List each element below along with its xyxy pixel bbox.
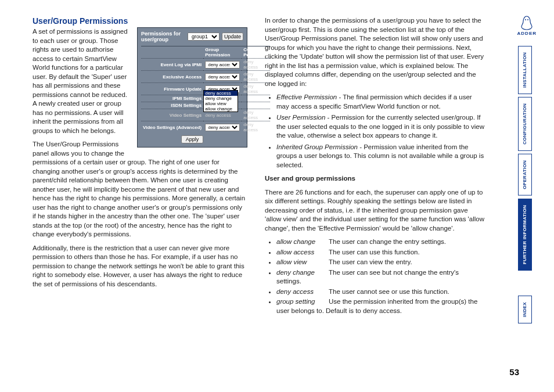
- list-item: deny changeThe user can see but not chan…: [276, 268, 484, 286]
- list-item: allow accessThe user can use this functi…: [276, 248, 484, 257]
- left-column: User/Group Permissions Permissions for u…: [33, 16, 247, 317]
- list-item: allow viewThe user can view the entry.: [276, 258, 484, 267]
- subheading: User and group permissions: [265, 174, 484, 184]
- permissions-panel-figure: Permissions for user/group group1 Update…: [137, 27, 247, 148]
- side-tabs: INSTALLATION CONFIGURATION OPERATION FUR…: [518, 20, 532, 323]
- perm-select[interactable]: deny access: [205, 61, 240, 69]
- settings-list: allow changeThe user can change the entr…: [265, 238, 484, 315]
- table-row: Exclusive Access deny access deny access: [141, 71, 270, 83]
- list-item: Effective Permission - The final permiss…: [276, 93, 484, 111]
- page-number: 53: [509, 367, 519, 377]
- body-para: In order to change the permissions of a …: [265, 16, 484, 88]
- tab-further-information[interactable]: FURTHER INFORMATION: [518, 199, 532, 271]
- list-item: User Permission - Permission for the cur…: [276, 113, 484, 141]
- body-para: The User/Group Permissions panel allows …: [33, 140, 247, 239]
- body-para: Additionally, there is the restriction t…: [33, 244, 247, 289]
- table-row: Event Log via IPMI deny access deny acce…: [141, 59, 270, 71]
- panel-header-label: Permissions for user/group: [141, 31, 185, 42]
- apply-button[interactable]: Apply: [181, 135, 204, 143]
- permissions-table: Group Permission Current Permission Even…: [141, 46, 270, 133]
- tab-configuration[interactable]: CONFIGURATION: [518, 97, 532, 151]
- table-row: Firmware Update deny access deny access …: [141, 83, 270, 95]
- tab-installation[interactable]: INSTALLATION: [518, 46, 532, 94]
- permission-types-list: Effective Permission - The final permiss…: [265, 93, 484, 170]
- user-group-select[interactable]: group1: [188, 33, 220, 41]
- permissions-panel: Permissions for user/group group1 Update…: [137, 27, 247, 148]
- col-group-permission: Group Permission: [203, 46, 242, 59]
- col-current-permission: Current Permission: [242, 46, 270, 59]
- tab-operation[interactable]: OPERATION: [518, 154, 532, 196]
- section-title: User/Group Permissions: [33, 16, 247, 26]
- perm-select[interactable]: deny access: [205, 73, 240, 81]
- update-button[interactable]: Update: [222, 33, 243, 41]
- list-item: allow changeThe user can change the entr…: [276, 238, 484, 247]
- right-column: In order to change the permissions of a …: [265, 16, 484, 317]
- list-item: group settingUse the permission inherite…: [276, 297, 484, 315]
- body-para: There are 26 functions and for each, the…: [265, 188, 484, 233]
- perm-dropdown-open[interactable]: deny access deny change allow view allow…: [203, 90, 238, 112]
- perm-select[interactable]: deny access: [205, 124, 240, 131]
- tab-index[interactable]: INDEX: [518, 296, 532, 323]
- table-row: Video Settings (Advanced) deny access de…: [141, 121, 270, 134]
- list-item: Inherited Group Permission - Permission …: [276, 143, 484, 170]
- list-item: deny accessThe user cannot see or use th…: [276, 287, 484, 297]
